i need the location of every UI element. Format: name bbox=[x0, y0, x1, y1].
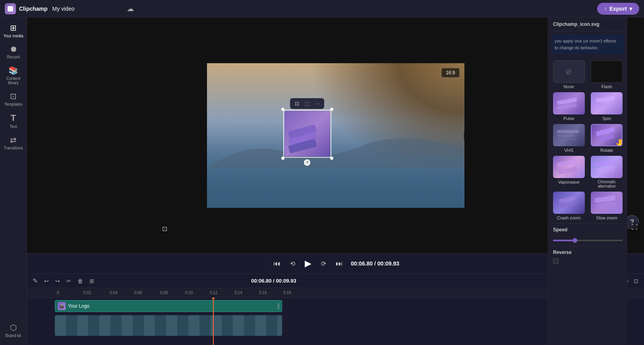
effect-vhs[interactable]: VHS bbox=[551, 124, 586, 153]
speed-section: Speed bbox=[548, 223, 627, 246]
sidebar-item-content-library[interactable]: 📚 Content library bbox=[2, 63, 25, 87]
effect-chromatic-aberration[interactable]: Chromatic aberration bbox=[590, 156, 625, 188]
reverse-checkbox[interactable] bbox=[553, 258, 559, 264]
effect-thumb-flash bbox=[591, 60, 623, 83]
sidebar-item-your-media[interactable]: ⊞ Your media bbox=[2, 21, 25, 41]
ruler-mark-3: 0:06 bbox=[134, 291, 142, 295]
timeline-time-display: 00:06.80 / 00:09.93 bbox=[251, 278, 296, 284]
skip-back-button[interactable]: ⏮ bbox=[272, 258, 282, 269]
chromatic-svg bbox=[593, 157, 621, 177]
select-tool-button[interactable]: ✎ bbox=[31, 275, 39, 286]
cursor-hand: 🤚 bbox=[615, 138, 623, 146]
preview-left-control[interactable]: ⊡ bbox=[162, 225, 167, 233]
effect-thumb-none: ⊘ bbox=[553, 60, 585, 83]
video-title-input[interactable] bbox=[52, 6, 122, 12]
app-name: Clipchamp bbox=[19, 6, 48, 12]
app-logo: Clipchamp bbox=[5, 3, 48, 14]
effect-label-pulse: Pulse bbox=[563, 116, 574, 121]
svg-rect-18 bbox=[560, 202, 575, 208]
fit-button[interactable]: ⬚ bbox=[303, 100, 311, 107]
svg-rect-8 bbox=[557, 130, 579, 133]
logo-track-clip[interactable]: 🎬 Your Logo ║ bbox=[55, 300, 282, 312]
effect-spin[interactable]: Spin bbox=[590, 92, 625, 121]
effect-flash[interactable]: Flash bbox=[590, 60, 625, 89]
topbar: Clipchamp ☁ ↑ Export ▾ bbox=[0, 0, 644, 17]
sidebar-item-label: Your media bbox=[3, 34, 23, 38]
add-media-button[interactable]: ⊞ bbox=[88, 276, 96, 286]
effect-none[interactable]: ⊘ None bbox=[551, 60, 586, 89]
handle-top-left[interactable] bbox=[281, 108, 284, 111]
fit-timeline-button[interactable]: ⊡ bbox=[632, 276, 640, 286]
aspect-ratio-button[interactable]: 16:9 bbox=[441, 68, 459, 78]
effect-label-spin: Spin bbox=[602, 116, 611, 121]
crop-button[interactable]: ⊡ bbox=[293, 100, 301, 107]
forward-button[interactable]: ⟳ bbox=[319, 258, 328, 269]
transitions-icon: ⇄ bbox=[10, 135, 17, 145]
svg-rect-15 bbox=[595, 159, 616, 167]
svg-rect-9 bbox=[557, 135, 575, 137]
delete-button[interactable]: 🗑 bbox=[76, 276, 85, 286]
effect-thumb-pulse bbox=[553, 92, 585, 114]
cloud-save-icon: ☁ bbox=[127, 4, 134, 13]
svg-rect-13 bbox=[557, 159, 578, 168]
ruler-mark-1: 0:02 bbox=[83, 291, 91, 295]
export-button[interactable]: ↑ Export ▾ bbox=[597, 3, 639, 15]
export-chevron-icon: ▾ bbox=[629, 6, 632, 12]
spin-svg bbox=[593, 93, 621, 113]
ruler-mark-4: 0:08 bbox=[160, 291, 168, 295]
clip-handle[interactable]: ║ bbox=[277, 303, 280, 309]
rewind-button[interactable]: ⟲ bbox=[288, 258, 297, 269]
ruler-mark-6: 0:12 bbox=[210, 291, 217, 295]
mountain-svg bbox=[207, 128, 464, 168]
sidebar-item-record[interactable]: ⏺ Record bbox=[2, 42, 25, 62]
selected-element[interactable]: ⊡ ⬚ ··· ↺ bbox=[284, 111, 330, 159]
skip-forward-button[interactable]: ⏭ bbox=[334, 258, 344, 269]
brand-kit-icon: ⬡ bbox=[10, 323, 17, 332]
record-icon: ⏺ bbox=[10, 45, 17, 54]
aspect-ratio-badge: 16:9 bbox=[441, 68, 459, 78]
content-library-icon: 📚 bbox=[8, 66, 18, 75]
handle-bottom-right[interactable] bbox=[330, 157, 333, 160]
timeline-playhead[interactable] bbox=[213, 298, 214, 345]
fullscreen-button[interactable]: ⛶ bbox=[630, 222, 639, 233]
sidebar-item-text[interactable]: T Text bbox=[2, 110, 25, 131]
effect-thumb-slow-zoom bbox=[591, 192, 623, 214]
panel-expand[interactable]: › bbox=[464, 131, 464, 140]
playhead-marker bbox=[211, 298, 216, 300]
sidebar-item-brand-kit[interactable]: ⬡ Brand kit bbox=[2, 320, 25, 340]
time-display: 00:06.80 / 00:09.93 bbox=[351, 260, 399, 267]
effect-slow-zoom[interactable]: Slow zoom bbox=[590, 192, 625, 220]
effect-vaporwave[interactable]: Vaporwave bbox=[551, 156, 586, 188]
handle-top-right[interactable] bbox=[330, 108, 333, 111]
sidebar-item-label: Content library bbox=[3, 76, 24, 85]
effect-pulse[interactable]: Pulse bbox=[551, 92, 586, 121]
undo-button[interactable]: ↩ bbox=[43, 276, 50, 286]
more-button[interactable]: ··· bbox=[313, 100, 321, 107]
sidebar-item-transitions[interactable]: ⇄ Transitions bbox=[2, 133, 25, 153]
cut-button[interactable]: ✂ bbox=[65, 276, 73, 286]
video-track-clip[interactable] bbox=[55, 315, 282, 336]
sidebar-item-label: Transitions bbox=[4, 146, 23, 150]
effect-thumb-vaporwave bbox=[553, 156, 585, 178]
sidebar-item-templates[interactable]: ⊡ Templates bbox=[2, 89, 25, 109]
effect-label-vhs: VHS bbox=[564, 148, 573, 153]
vaporwave-svg bbox=[555, 157, 583, 177]
effect-label-crash-zoom: Crash zoom bbox=[557, 215, 580, 220]
svg-rect-0 bbox=[8, 6, 13, 12]
clip-label: Your Logo bbox=[68, 303, 89, 309]
handle-bottom-left[interactable] bbox=[281, 157, 284, 160]
effect-thumb-vhs bbox=[553, 124, 585, 146]
effect-rotate[interactable]: 🤚 Rotate bbox=[590, 124, 625, 153]
speed-slider[interactable] bbox=[553, 240, 623, 241]
your-media-icon: ⊞ bbox=[10, 23, 17, 33]
reverse-section: Reverse bbox=[548, 246, 627, 267]
effect-crash-zoom[interactable]: Crash zoom bbox=[551, 192, 586, 220]
sidebar-item-label: Record bbox=[7, 55, 19, 59]
ruler-mark-7: 0:14 bbox=[234, 291, 242, 295]
svg-rect-7 bbox=[596, 102, 615, 109]
rotate-handle[interactable]: ↺ bbox=[304, 159, 310, 166]
redo-button[interactable]: ↪ bbox=[54, 276, 62, 286]
play-button[interactable]: ▶ bbox=[303, 257, 313, 270]
effect-label-flash: Flash bbox=[601, 84, 612, 89]
svg-rect-10 bbox=[557, 138, 577, 140]
